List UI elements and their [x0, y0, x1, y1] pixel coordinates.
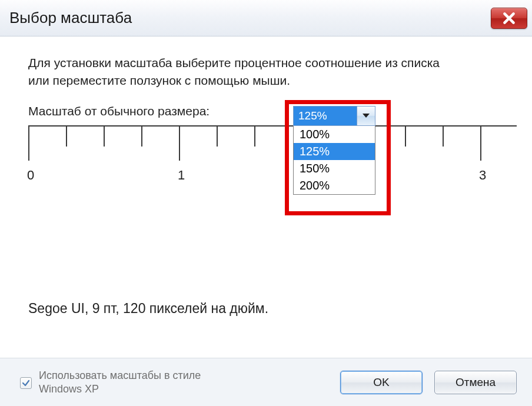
scale-dropdown: 100% 125% 150% 200% [293, 126, 375, 195]
checkmark-icon [22, 379, 30, 387]
close-button[interactable] [491, 8, 527, 29]
scale-option-150[interactable]: 150% [294, 160, 375, 177]
ruler-label-0: 0 [27, 168, 34, 183]
ruler-label-3: 3 [479, 168, 486, 183]
close-icon [501, 11, 517, 26]
chevron-down-icon [362, 113, 370, 119]
ok-button[interactable]: OK [340, 371, 423, 394]
font-info-text: Segoe UI, 9 пт, 120 пикселей на дюйм. [28, 301, 511, 317]
window-title: Выбор масштаба [9, 9, 132, 27]
cancel-button[interactable]: Отмена [434, 371, 517, 394]
combobox-toggle[interactable] [357, 107, 375, 125]
scale-combobox[interactable]: 125% [293, 106, 375, 126]
scale-label: Масштаб от обычного размера: [28, 104, 210, 118]
dialog-body: Для установки масштаба выберите процентн… [0, 36, 532, 406]
titlebar: Выбор масштаба [0, 0, 532, 36]
scale-selected-value: 125% [294, 107, 357, 125]
xp-style-checkbox-row[interactable]: Использовать масштабы в стиле Windows XP [20, 369, 340, 395]
ruler[interactable] [28, 125, 517, 162]
xp-style-checkbox[interactable] [20, 377, 32, 389]
instructions-text: Для установки масштаба выберите процентн… [28, 54, 464, 90]
ruler-area: 0 1 3 [28, 125, 511, 208]
dialog-footer: Использовать масштабы в стиле Windows XP… [0, 358, 532, 406]
scale-option-125[interactable]: 125% [294, 143, 375, 160]
scale-option-200[interactable]: 200% [294, 177, 375, 194]
ruler-label-1: 1 [178, 168, 185, 183]
xp-style-checkbox-label: Использовать масштабы в стиле Windows XP [39, 369, 204, 395]
scale-option-100[interactable]: 100% [294, 126, 375, 143]
